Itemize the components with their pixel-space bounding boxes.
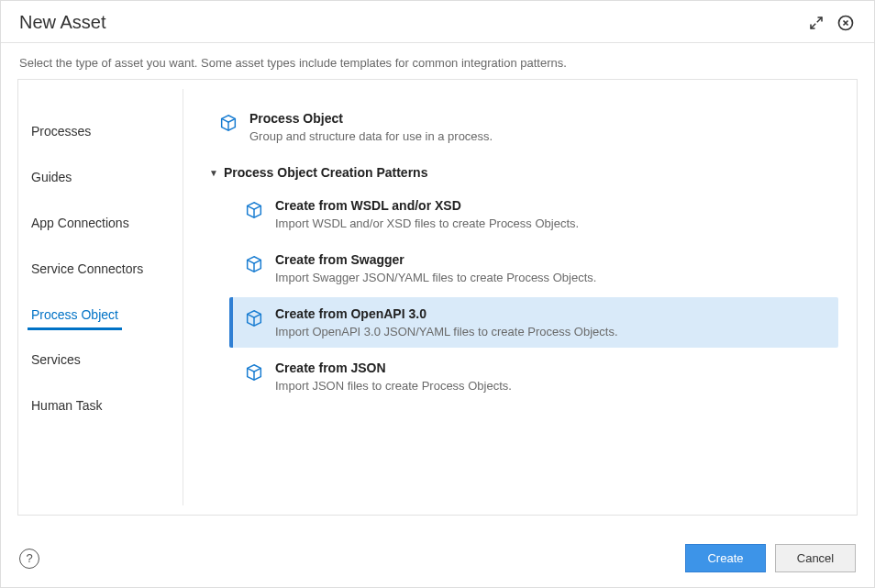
cube-icon	[244, 308, 264, 332]
dialog-footer: ? Create Cancel	[1, 533, 874, 587]
option-text: Create from OpenAPI 3.0 Import OpenAPI 3…	[275, 306, 618, 338]
option-title: Create from OpenAPI 3.0	[275, 306, 618, 321]
section-label: Process Object Creation Patterns	[224, 165, 428, 180]
dialog-title: New Asset	[19, 12, 105, 33]
option-desc: Import WSDL and/or XSD files to create P…	[275, 216, 579, 230]
create-button[interactable]: Create	[685, 544, 766, 572]
sidebar-item-services[interactable]: Services	[28, 343, 84, 376]
option-text: Create from WSDL and/or XSD Import WSDL …	[275, 198, 579, 230]
option-title: Create from WSDL and/or XSD	[275, 198, 579, 213]
content-panel: Processes Guides App Connections Service…	[17, 79, 858, 516]
option-create-from-swagger[interactable]: Create from Swagger Import Swagger JSON/…	[229, 243, 838, 294]
cube-icon	[218, 113, 238, 137]
option-text: Create from JSON Import JSON files to cr…	[275, 361, 512, 393]
content-area: Processes Guides App Connections Service…	[1, 79, 874, 533]
option-text: Create from Swagger Import Swagger JSON/…	[275, 252, 596, 284]
cube-icon	[244, 254, 264, 278]
titlebar: New Asset	[1, 1, 874, 43]
title-actions	[806, 13, 856, 33]
help-icon[interactable]: ?	[19, 549, 39, 569]
sidebar-item-processes[interactable]: Processes	[28, 115, 94, 148]
option-text: Process Object Group and structure data …	[249, 111, 493, 143]
option-process-object[interactable]: Process Object Group and structure data …	[204, 102, 838, 152]
option-title: Create from JSON	[275, 361, 512, 375]
sidebar-item-service-connectors[interactable]: Service Connectors	[28, 252, 147, 285]
sidebar-item-process-object[interactable]: Process Object	[28, 298, 122, 330]
option-desc: Import Swagger JSON/YAML files to create…	[275, 271, 596, 284]
new-asset-dialog: New Asset Select the type of asset you w…	[0, 0, 875, 588]
sidebar-item-guides[interactable]: Guides	[28, 161, 75, 194]
option-desc: Import OpenAPI 3.0 JSON/YAML files to cr…	[275, 325, 618, 338]
cube-icon	[244, 200, 264, 224]
section-creation-patterns[interactable]: ▼ Process Object Creation Patterns	[209, 165, 838, 180]
sidebar-item-app-connections[interactable]: App Connections	[28, 206, 133, 239]
option-title: Process Object	[249, 111, 493, 126]
asset-type-sidebar: Processes Guides App Connections Service…	[18, 89, 183, 505]
cube-icon	[244, 362, 264, 386]
option-desc: Group and structure data for use in a pr…	[249, 129, 493, 143]
cancel-button[interactable]: Cancel	[775, 544, 856, 572]
option-create-from-openapi[interactable]: Create from OpenAPI 3.0 Import OpenAPI 3…	[229, 297, 838, 348]
option-create-from-wsdl-xsd[interactable]: Create from WSDL and/or XSD Import WSDL …	[229, 189, 838, 239]
options-main: Process Object Group and structure data …	[183, 80, 857, 515]
option-create-from-json[interactable]: Create from JSON Import JSON files to cr…	[229, 351, 838, 402]
expand-icon[interactable]	[806, 13, 826, 33]
pattern-options: Create from WSDL and/or XSD Import WSDL …	[204, 189, 838, 402]
close-icon[interactable]	[836, 13, 856, 33]
dialog-subtext: Select the type of asset you want. Some …	[1, 43, 874, 79]
option-title: Create from Swagger	[275, 252, 596, 267]
sidebar-item-human-task[interactable]: Human Task	[28, 389, 106, 422]
option-desc: Import JSON files to create Process Obje…	[275, 379, 512, 393]
caret-down-icon: ▼	[209, 168, 218, 178]
